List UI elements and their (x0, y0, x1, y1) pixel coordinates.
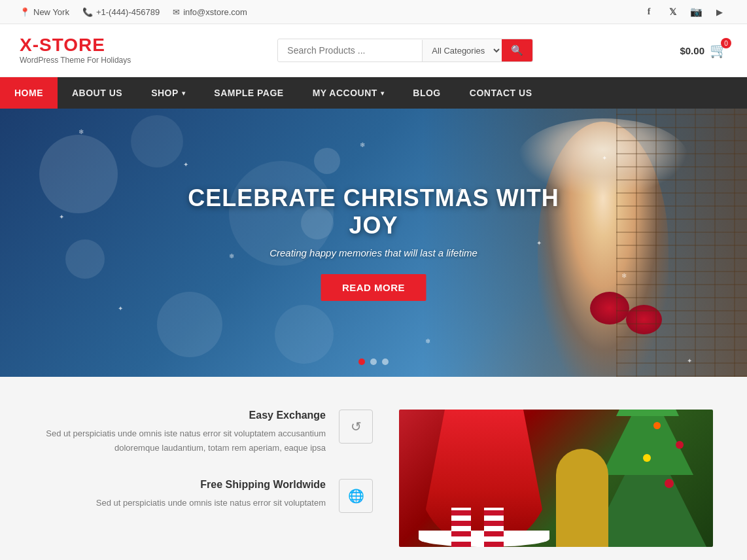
phone-icon: 📞 (82, 7, 93, 17)
hero-read-more-button[interactable]: Read More (321, 274, 426, 301)
hero-dots (358, 359, 389, 365)
logo-brand: X-STORE (20, 36, 131, 54)
search-button[interactable]: 🔍 (502, 39, 532, 61)
topbar-email: ✉ info@xstore.com (173, 7, 247, 17)
door (556, 449, 608, 547)
nav-item-blog[interactable]: BLOG (398, 77, 455, 109)
cart-button[interactable]: 🛒 0 (710, 42, 727, 59)
hero-slider: ❄ ✦ ❄ ✦ ❄ ✦ ❄ ✦ ❄ ✦ ❄ ✦ CELEBRATE CHRIST… (0, 109, 747, 377)
instagram-link[interactable]: 📷 (688, 4, 704, 20)
feature-shipping-text: Free Shipping Worldwide Sed ut perspicia… (20, 479, 326, 510)
feature-shipping-icon: 🌐 (339, 479, 373, 513)
hero-title: CELEBRATE CHRISTMAS WITH JOY (187, 184, 561, 239)
nav-item-shop[interactable]: SHOP ▾ (137, 77, 200, 109)
topbar-contact-info: 📍 New York 📞 +1-(444)-456789 ✉ info@xsto… (20, 7, 247, 17)
globe-icon: 🌐 (348, 488, 364, 504)
building-structure (616, 109, 747, 377)
nav-item-contact[interactable]: CONTACT US (455, 77, 547, 109)
ornament (643, 454, 651, 462)
feature-exchange-text: Easy Exchange Sed ut perspiciatis unde o… (20, 410, 326, 455)
facebook-link[interactable]: f (641, 4, 657, 20)
nav-item-sample[interactable]: SAMPLE PAGE (200, 77, 298, 109)
nav-item-home[interactable]: HOME (0, 77, 58, 109)
promo-image-block (399, 410, 713, 547)
ornament (665, 479, 674, 488)
topbar-social-links: f 𝕏 📷 ▶ (641, 4, 727, 20)
hero-subtitle: Creating happy memories that will last a… (187, 247, 561, 258)
tree-layer-3 (616, 410, 679, 416)
bokeh-circle (65, 239, 105, 279)
nav-item-about[interactable]: ABOUT US (58, 77, 137, 109)
hero-content: CELEBRATE CHRISTMAS WITH JOY Creating ha… (187, 184, 561, 301)
logo[interactable]: X-STORE WordPress Theme For Holidays (20, 36, 131, 65)
ornament (676, 441, 684, 449)
topbar-location: 📍 New York (20, 7, 69, 17)
hero-dot-1[interactable] (358, 359, 365, 365)
features-section: Easy Exchange Sed ut perspiciatis unde o… (0, 377, 747, 560)
nav-item-account[interactable]: MY ACCOUNT ▾ (298, 77, 399, 109)
hero-dot-3[interactable] (382, 359, 389, 365)
search-input[interactable] (278, 40, 422, 61)
feature-shipping-title: Free Shipping Worldwide (20, 479, 326, 491)
feature-exchange-desc: Sed ut perspiciatis unde omnis iste natu… (20, 427, 326, 455)
email-icon: ✉ (173, 7, 180, 17)
feature-exchange-title: Easy Exchange (20, 410, 326, 421)
topbar-phone: 📞 +1-(444)-456789 (82, 7, 160, 17)
category-select[interactable]: All Categories (422, 40, 502, 61)
hero-dot-2[interactable] (370, 359, 377, 365)
location-icon: 📍 (20, 7, 30, 17)
cart-price: $0.00 (680, 45, 704, 56)
bokeh-circle (157, 292, 222, 357)
chevron-down-icon: ▾ (182, 90, 186, 97)
features-list: Easy Exchange Sed ut perspiciatis unde o… (20, 410, 373, 547)
feature-item-exchange: Easy Exchange Sed ut perspiciatis unde o… (20, 410, 373, 455)
features-promo-image (399, 410, 713, 547)
bokeh-circle (275, 305, 334, 364)
topbar: 📍 New York 📞 +1-(444)-456789 ✉ info@xsto… (0, 0, 747, 24)
stocking-left (451, 508, 471, 547)
bokeh-circle (314, 148, 340, 174)
header: X-STORE WordPress Theme For Holidays All… (0, 24, 747, 77)
chevron-down-icon: ▾ (381, 90, 385, 97)
feature-exchange-icon: ↺ (339, 410, 373, 444)
exchange-icon: ↺ (351, 419, 362, 434)
youtube-link[interactable]: ▶ (712, 4, 727, 20)
feature-shipping-desc: Sed ut perspiciatis unde omnis iste natu… (20, 496, 326, 510)
search-bar: All Categories 🔍 (277, 39, 533, 62)
bokeh-circle (39, 135, 118, 213)
twitter-link[interactable]: 𝕏 (665, 4, 680, 20)
cart-badge: 0 (721, 38, 731, 48)
search-icon: 🔍 (511, 44, 523, 56)
bokeh-circle (131, 115, 183, 167)
logo-tagline: WordPress Theme For Holidays (20, 56, 131, 65)
stocking-right (484, 508, 504, 547)
feature-item-shipping: Free Shipping Worldwide Sed ut perspicia… (20, 479, 373, 513)
navbar: HOME ABOUT US SHOP ▾ SAMPLE PAGE MY ACCO… (0, 77, 747, 109)
ornament (653, 422, 661, 429)
cart-area: $0.00 🛒 0 (680, 42, 727, 59)
